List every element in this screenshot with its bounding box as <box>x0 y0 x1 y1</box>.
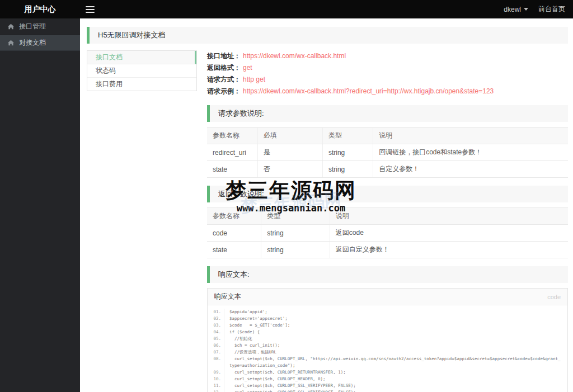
api-info-row: 请求方式：http get <box>207 74 568 86</box>
table-cell: 否 <box>257 161 322 178</box>
table-row: codestring返回code <box>207 225 568 242</box>
code-line-text: curl_setopt($ch, CURLOPT_SSL_VERIFYPEER,… <box>224 382 567 389</box>
doc-nav-item-1[interactable]: 状态码 <box>87 64 196 78</box>
hamburger-menu-icon[interactable] <box>86 6 95 13</box>
sidebar: 接口管理对接文档 <box>0 18 80 392</box>
code-line-number: 01. <box>208 309 224 315</box>
request-params-table: 参数名称必填类型说明redirect_uri是string回调链接，接口code… <box>207 127 568 178</box>
table-cell: state <box>207 242 261 258</box>
code-line-text: curl_setopt($ch, CURLOPT_URL, "https://a… <box>224 356 567 369</box>
user-dropdown[interactable]: dkewl <box>504 6 528 13</box>
api-info-row: 接口地址：https://dkewl.com/wx-callback.html <box>207 50 568 62</box>
code-line-number: 06. <box>208 342 224 349</box>
code-line: 12. curl_setopt($ch, CURLOPT_SSL_VERIFYH… <box>208 389 567 392</box>
code-line-text: $appsecret='appsecret'; <box>224 315 567 322</box>
code-line: 01.$appid='appid'; <box>208 309 567 315</box>
app-title: 用户中心 <box>0 4 80 15</box>
code-badge: code <box>547 294 561 300</box>
response-params-table: 参数名称类型说明codestring返回codestatestring返回自定义… <box>207 207 568 258</box>
sidebar-item-label: 接口管理 <box>19 22 46 31</box>
code-line: 10. curl_setopt($ch, CURLOPT_HEADER, 0); <box>208 376 567 382</box>
api-info-value-link[interactable]: get <box>243 64 252 72</box>
code-line-text: $appid='appid'; <box>224 309 567 315</box>
doc-nav-item-2[interactable]: 接口费用 <box>87 78 196 91</box>
table-header-row: 参数名称类型说明 <box>207 208 568 225</box>
table-row: state否string自定义参数！ <box>207 161 568 178</box>
code-line: 06. $ch = curl_init(); <box>208 342 567 349</box>
table-header-cell: 参数名称 <box>207 127 257 144</box>
code-line-number: 07. <box>208 349 224 356</box>
table-row: redirect_uri是string回调链接，接口code和state参数！ <box>207 144 568 161</box>
sidebar-item-0[interactable]: 接口管理 <box>0 18 80 35</box>
table-cell: 自定义参数！ <box>373 161 568 178</box>
table-cell: 返回code <box>330 225 568 242</box>
chevron-down-icon <box>524 8 528 11</box>
code-line: 07. //设置选项，包括URL <box>208 349 567 356</box>
table-cell: string <box>261 225 330 242</box>
api-info-row: 请求示例：https://dkewl.com/wx-callback.html?… <box>207 86 568 97</box>
code-body: 01.$appid='appid';02.$appsecret='appsecr… <box>208 305 567 392</box>
code-line-text: if ($code) { <box>224 329 567 336</box>
table-header-cell: 说明 <box>373 127 568 144</box>
code-line-number: 09. <box>208 369 224 376</box>
code-panel-header: 响应文本 code <box>208 289 567 305</box>
main-content: H5无限回调对接文档 接口文档状态码接口费用 接口地址：https://dkew… <box>80 18 573 392</box>
api-info-label: 返回格式： <box>207 64 241 72</box>
table-row: statestring返回自定义参数！ <box>207 242 568 258</box>
api-info-value-link[interactable]: http get <box>243 75 265 83</box>
home-icon <box>8 40 14 46</box>
api-info-label: 请求示例： <box>207 87 241 95</box>
frontend-home-link[interactable]: 前台首页 <box>538 4 565 14</box>
table-cell: 回调链接，接口code和state参数！ <box>373 144 568 161</box>
api-info-value-link[interactable]: https://dkewl.com/wx-callback.html <box>243 52 346 60</box>
home-icon <box>8 23 14 30</box>
code-line-text: curl_setopt($ch, CURLOPT_SSL_VERIFYHOST,… <box>224 389 567 392</box>
table-cell: redirect_uri <box>207 144 257 161</box>
table-cell: state <box>207 161 257 178</box>
code-line-number: 11. <box>208 382 224 389</box>
code-panel-title: 响应文本 <box>214 292 241 301</box>
table-header-cell: 参数名称 <box>207 208 261 225</box>
doc-nav-item-0[interactable]: 接口文档 <box>87 51 196 64</box>
table-cell: string <box>261 242 330 258</box>
code-line-text: //初始化 <box>224 336 567 342</box>
table-cell: string <box>322 161 373 178</box>
response-params-heading: 返回参数说明: <box>207 186 568 202</box>
code-line: 03.$code = $_GET['code']; <box>208 322 567 329</box>
topbar: 用户中心 dkewl 前台首页 <box>0 0 573 18</box>
table-header-cell: 类型 <box>261 208 330 225</box>
code-line-text: curl_setopt($ch, CURLOPT_RETURNTRANSFER,… <box>224 369 567 376</box>
sidebar-item-1[interactable]: 对接文档 <box>0 35 80 51</box>
table-header-cell: 必填 <box>257 127 322 144</box>
code-line-text: $ch = curl_init(); <box>224 342 567 349</box>
table-header-row: 参数名称必填类型说明 <box>207 127 568 144</box>
table-header-cell: 说明 <box>330 208 568 225</box>
doc-content: 接口地址：https://dkewl.com/wx-callback.html返… <box>207 50 568 392</box>
username: dkewl <box>504 6 521 13</box>
code-line-number: 08. <box>208 356 224 369</box>
api-info-row: 返回格式：get <box>207 62 568 74</box>
table-cell: code <box>207 225 261 242</box>
code-line-number: 02. <box>208 315 224 322</box>
response-body-heading: 响应文本: <box>207 266 568 283</box>
topbar-right: dkewl 前台首页 <box>504 4 573 14</box>
doc-nav: 接口文档状态码接口费用 <box>87 50 197 91</box>
request-params-heading: 请求参数说明: <box>207 105 568 122</box>
code-line-number: 04. <box>208 329 224 336</box>
table-cell: 是 <box>257 144 322 161</box>
code-line-number: 05. <box>208 336 224 342</box>
code-line: 11. curl_setopt($ch, CURLOPT_SSL_VERIFYP… <box>208 382 567 389</box>
code-line-number: 12. <box>208 389 224 392</box>
api-info-value-link[interactable]: https://dkewl.com/wx-callback.html?redir… <box>243 87 494 95</box>
code-line: 08. curl_setopt($ch, CURLOPT_URL, "https… <box>208 356 567 369</box>
code-line-text: //设置选项，包括URL <box>224 349 567 356</box>
api-info-label: 请求方式： <box>207 75 241 83</box>
code-line-text: $code = $_GET['code']; <box>224 322 567 329</box>
code-line: 02.$appsecret='appsecret'; <box>208 315 567 322</box>
page-title: H5无限回调对接文档 <box>87 27 568 44</box>
table-cell: string <box>322 144 373 161</box>
code-line-number: 10. <box>208 376 224 382</box>
code-line: 05. //初始化 <box>208 336 567 342</box>
code-line: 09. curl_setopt($ch, CURLOPT_RETURNTRANS… <box>208 369 567 376</box>
code-line-number: 03. <box>208 322 224 329</box>
